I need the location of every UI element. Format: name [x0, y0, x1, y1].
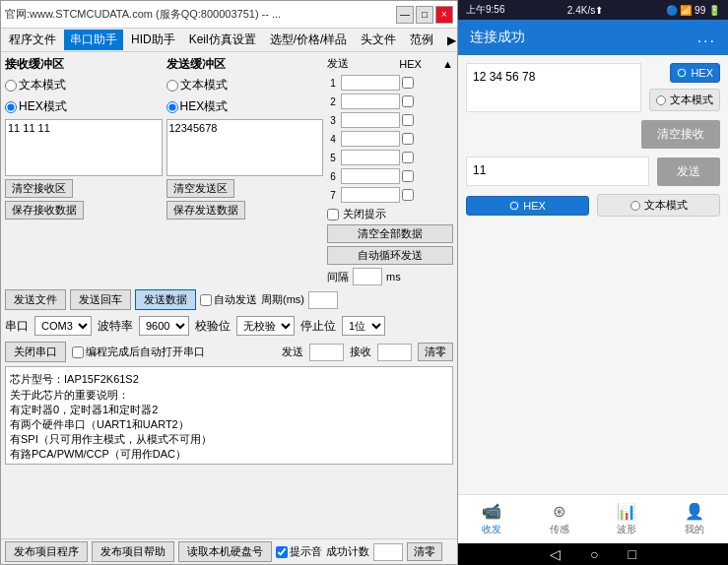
mobile-network: 2.4K/s⬆ [567, 5, 603, 16]
menu-serial-assistant[interactable]: 串口助手 [64, 30, 123, 50]
port-settings-row: 串口 COM3 波特率 9600 校验位 无校验 停止位 1位 [5, 314, 453, 338]
auto-cycle-send-button[interactable]: 自动循环发送 [327, 246, 453, 265]
multi-hex-cb-1[interactable] [402, 77, 414, 89]
multi-num-4: 4 [327, 134, 339, 145]
close-button[interactable]: × [435, 6, 453, 24]
multi-input-1[interactable] [341, 75, 400, 91]
multi-input-3[interactable] [341, 112, 400, 128]
menu-header[interactable]: 头文件 [355, 30, 402, 50]
mobile-bottom-hex-button[interactable]: HEX [466, 196, 589, 216]
stop-label: 停止位 [300, 318, 336, 335]
check-select[interactable]: 无校验 [236, 316, 295, 336]
multi-input-5[interactable] [341, 150, 400, 165]
mobile-hex-button[interactable]: HEX [670, 63, 720, 83]
send-textarea[interactable]: 12345678 [166, 119, 324, 176]
clear-all-data-button[interactable]: 清空全部数据 [327, 224, 453, 243]
receive-text-radio[interactable] [5, 80, 17, 92]
hint-sound-checkbox[interactable] [276, 546, 288, 558]
mobile-menu-dots[interactable]: ... [697, 29, 716, 46]
port-select[interactable]: COM3 [34, 316, 92, 336]
send-hex-radio[interactable] [166, 101, 178, 113]
multi-hex-cb-7[interactable] [402, 189, 414, 201]
publish-program-button[interactable]: 发布项目程序 [5, 541, 88, 562]
maximize-button[interactable]: □ [416, 6, 433, 24]
receive-text-mode[interactable]: 文本模式 [5, 77, 66, 94]
menu-examples[interactable]: 范例 [404, 30, 439, 50]
mobile-hex-radio[interactable] [677, 68, 687, 78]
mobile-nav-sensor[interactable]: ⊛ 传感 [526, 495, 594, 543]
menu-hid-assistant[interactable]: HID助手 [125, 30, 181, 50]
home-nav-button[interactable]: ○ [590, 546, 598, 562]
clear-receive-button[interactable]: 清空接收区 [5, 179, 73, 198]
send-hex-mode[interactable]: HEX模式 [166, 98, 229, 115]
multi-row-6: 6 [327, 168, 453, 184]
multi-hex-cb-3[interactable] [402, 114, 414, 126]
multi-num-6: 6 [327, 171, 339, 182]
title-controls: — □ × [396, 6, 453, 24]
send-text-mode[interactable]: 文本模式 [166, 77, 228, 94]
clear-send-button[interactable]: 清空发送区 [166, 179, 234, 198]
recent-nav-button[interactable]: □ [629, 546, 636, 562]
multi-hex-cb-6[interactable] [402, 170, 414, 182]
read-hardware-button[interactable]: 读取本机硬盘号 [178, 541, 272, 562]
clear-success-button[interactable]: 清零 [407, 542, 442, 561]
mobile-send-button[interactable]: 发送 [657, 157, 720, 186]
mobile-bottom-text-button[interactable]: 文本模式 [597, 194, 720, 217]
send-count-label: 发送 [282, 345, 303, 359]
save-receive-row: 保存接收数据 [5, 201, 163, 220]
publish-help-button[interactable]: 发布项目帮助 [92, 541, 174, 562]
send-file-button[interactable]: 发送文件 [5, 289, 66, 310]
multi-hex-cb-4[interactable] [402, 133, 414, 145]
menu-program-file[interactable]: 程序文件 [3, 30, 62, 50]
mobile-clear-receive-button[interactable]: 清空接收 [641, 120, 720, 149]
send-data-button[interactable]: 发送数据 [135, 289, 196, 310]
multi-input-7[interactable] [341, 187, 400, 203]
auto-open-checkbox[interactable] [72, 346, 84, 358]
multi-input-6[interactable] [341, 168, 400, 184]
mobile-text-mode-button[interactable]: 文本模式 [649, 89, 720, 111]
interval-input[interactable]: 0 [353, 268, 382, 285]
receive-mode-row: 文本模式 [5, 77, 163, 94]
send-back-button[interactable]: 发送回车 [70, 289, 131, 310]
auto-send-label[interactable]: 自动发送 [200, 292, 257, 307]
receive-hex-radio[interactable] [5, 101, 17, 113]
multi-input-4[interactable] [341, 131, 400, 147]
multi-input-2[interactable] [341, 94, 400, 109]
hint-sound-label[interactable]: 提示音 [276, 544, 322, 559]
port-control-row: 关闭串口 编程完成后自动打开串口 发送 4 接收 3 清零 [5, 342, 453, 362]
mobile-receive-data: 12 34 56 78 [473, 70, 535, 84]
multi-row-3: 3 [327, 112, 453, 128]
period-input[interactable]: 50 [308, 291, 338, 309]
multi-hex-cb-2[interactable] [402, 95, 414, 107]
mobile-nav-send-receive[interactable]: 📹 收发 [458, 495, 526, 543]
save-send-button[interactable]: 保存发送数据 [166, 201, 245, 220]
title-text: 官网:www.STCMCUDATA.com (服务QQ:800003751) -… [5, 7, 281, 22]
close-port-button[interactable]: 关闭串口 [5, 342, 66, 362]
menu-selection-price[interactable]: 选型/价格/样品 [264, 30, 354, 50]
multi-hex-cb-5[interactable] [402, 152, 414, 163]
multi-row-5: 5 [327, 150, 453, 165]
mobile-bottom-text-radio[interactable] [630, 201, 640, 211]
mobile-text-radio[interactable] [656, 95, 666, 105]
mobile-content: 12 34 56 78 HEX 文本模式 清空接收 11 [458, 55, 728, 494]
stop-select[interactable]: 1位 [342, 316, 385, 336]
send-text-radio[interactable] [166, 80, 178, 92]
back-nav-button[interactable]: ◁ [550, 546, 561, 562]
minimize-button[interactable]: — [396, 6, 414, 24]
receive-buttons: 清空接收区 [5, 179, 163, 198]
mobile-bottom-hex-radio[interactable] [509, 201, 519, 211]
mobile-app-panel: 上午9:56 2.4K/s⬆ 🔵 📶 99 🔋 连接成功 ... 12 34 5… [458, 0, 728, 565]
receive-textarea[interactable]: 11 11 11 [5, 119, 163, 176]
chip-model-line: 芯片型号：IAP15F2K61S2 [10, 372, 448, 387]
mobile-nav-waveform[interactable]: 📊 波形 [593, 495, 661, 543]
close-tip-checkbox[interactable] [327, 209, 339, 220]
save-receive-button[interactable]: 保存接收数据 [5, 201, 84, 220]
auto-open-label[interactable]: 编程完成后自动打开串口 [72, 345, 205, 359]
receive-hex-mode[interactable]: HEX模式 [5, 98, 67, 115]
baud-select[interactable]: 9600 [139, 316, 189, 336]
menu-keil-sim[interactable]: Keil仿真设置 [183, 30, 262, 50]
auto-send-checkbox[interactable] [200, 294, 212, 306]
mobile-nav-mine[interactable]: 👤 我的 [661, 495, 729, 543]
mobile-title: 连接成功 [470, 29, 525, 46]
clear-counter-button[interactable]: 清零 [418, 343, 453, 361]
